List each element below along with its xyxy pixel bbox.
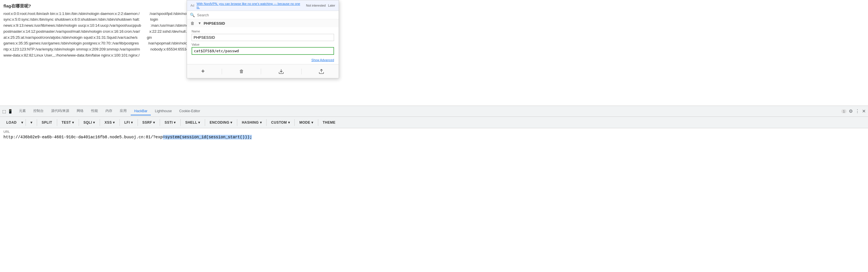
tab-elements[interactable]: 元素: [16, 107, 29, 115]
hackbar-toolbar: LOAD ▾ ▾ SPLIT TEST ▾ SQLI ▾ XSS ▾ LFI ▾…: [0, 117, 868, 128]
devtools-right-controls: 1 ⚙ ⋮ ✕: [841, 108, 866, 114]
close-icon[interactable]: ✕: [862, 108, 866, 114]
toolbar-divider-3: [57, 119, 57, 126]
cookie-section: 🗑 ▼ PHPSESSID Name Value Show Advanced: [187, 19, 339, 64]
xss-button[interactable]: XSS ▾: [102, 120, 118, 126]
url-before: http://436b02e9-ea6b-4601-910c-da401ac16…: [3, 135, 163, 139]
search-icon: 🔍: [190, 13, 195, 17]
ssti-button[interactable]: SSTI ▾: [162, 120, 179, 126]
device-icon[interactable]: 📱: [8, 109, 13, 114]
toolbar-divider-11: [237, 119, 237, 126]
execute-button[interactable]: SPLIT: [39, 120, 55, 126]
sqli-button[interactable]: SQLI ▾: [81, 120, 98, 126]
action-divider-1: [222, 69, 222, 74]
toolbar-divider-1: [26, 119, 26, 126]
later-button[interactable]: Later: [328, 4, 335, 7]
url-area: URL http://436b02e9-ea6b-4601-910c-da401…: [0, 128, 868, 272]
delete-cookie-button[interactable]: 🗑: [235, 68, 248, 75]
cookie-actions: + 🗑: [187, 64, 339, 78]
ssrf-button[interactable]: SSRF ▾: [140, 120, 158, 126]
ad-link[interactable]: With NordVPN, you can browse like no one…: [196, 2, 300, 9]
value-label: Value: [192, 43, 334, 46]
encoding-button[interactable]: ENCODING ▾: [207, 120, 235, 126]
action-divider-3: [301, 69, 302, 74]
more-icon[interactable]: ⋮: [855, 108, 860, 114]
cookie-name-input[interactable]: [192, 34, 334, 41]
cookie-form: Name Value: [187, 27, 339, 57]
devtools-tab-bar: ⬚ 📱 元素 控制台 源代码/来源 网络 性能 内存 应用 HackBar Li…: [0, 106, 868, 117]
tab-lighthouse[interactable]: Lighthouse: [151, 107, 175, 115]
inspect-icon[interactable]: ⬚: [2, 109, 6, 114]
ad-label: Ad: [190, 4, 194, 7]
tab-memory[interactable]: 内存: [102, 107, 116, 115]
devtools-icons: ⬚ 📱: [2, 109, 13, 114]
tab-hackbar[interactable]: HackBar: [131, 107, 151, 115]
import-cookie-button[interactable]: [274, 67, 289, 75]
load-button[interactable]: LOAD: [3, 120, 20, 126]
tab-sources[interactable]: 源代码/来源: [48, 107, 73, 115]
count-badge: 1: [841, 109, 846, 113]
toolbar-divider-7: [137, 119, 138, 126]
custom-button[interactable]: CUSTOM ▾: [268, 120, 293, 126]
url-highlighted: =system(session_id(session_start()));: [163, 135, 252, 139]
theme-button[interactable]: THEME: [320, 120, 339, 126]
split-button[interactable]: ▾: [28, 120, 35, 126]
toolbar-divider-5: [100, 119, 100, 126]
ad-text: With NordVPN, you can browse like no one…: [196, 2, 304, 9]
tab-cookie-editor[interactable]: Cookie-Editor: [176, 107, 204, 115]
tab-application[interactable]: 应用: [116, 107, 130, 115]
toolbar-divider-9: [180, 119, 181, 126]
cookie-value-input[interactable]: [192, 47, 334, 55]
show-advanced-link[interactable]: Show Advanced: [187, 57, 339, 64]
toolbar-divider-13: [294, 119, 295, 126]
export-cookie-button[interactable]: [314, 67, 329, 75]
section-delete-icon[interactable]: 🗑: [190, 21, 194, 26]
load-arrow-button[interactable]: ▾: [21, 120, 24, 126]
tab-network[interactable]: 网络: [73, 107, 87, 115]
not-interested-button[interactable]: Not interested: [306, 4, 326, 7]
cookie-editor-popup: Ad With NordVPN, you can browse like no …: [187, 0, 339, 78]
section-toggle-icon[interactable]: ▼: [198, 21, 202, 25]
toolbar-divider-10: [205, 119, 205, 126]
lfi-button[interactable]: LFI ▾: [122, 120, 136, 126]
url-label: URL: [3, 130, 865, 133]
toolbar-divider-8: [160, 119, 160, 126]
search-input[interactable]: [197, 13, 336, 17]
search-bar: 🔍: [187, 11, 339, 19]
tab-performance[interactable]: 性能: [88, 107, 101, 115]
cookie-section-header[interactable]: 🗑 ▼ PHPSESSID: [187, 19, 339, 27]
settings-icon[interactable]: ⚙: [849, 108, 853, 114]
ad-banner: Ad With NordVPN, you can browse like no …: [187, 0, 339, 11]
add-cookie-button[interactable]: +: [197, 67, 209, 76]
cookie-section-name: PHPSESSID: [204, 21, 225, 26]
toolbar-divider-2: [37, 119, 37, 126]
hashing-button[interactable]: HASHING ▾: [239, 120, 265, 126]
name-label: Name: [192, 30, 334, 33]
mode-button[interactable]: MODE ▾: [297, 120, 316, 126]
shell-button[interactable]: SHELL ▾: [182, 120, 203, 126]
action-divider-2: [261, 69, 261, 74]
url-value[interactable]: http://436b02e9-ea6b-4601-910c-da401ac16…: [3, 134, 865, 140]
toolbar-divider-12: [266, 119, 267, 126]
test-button[interactable]: TEST ▾: [59, 120, 77, 126]
devtools-panel: ⬚ 📱 元素 控制台 源代码/来源 网络 性能 内存 应用 HackBar Li…: [0, 106, 868, 272]
tab-console[interactable]: 控制台: [30, 107, 47, 115]
